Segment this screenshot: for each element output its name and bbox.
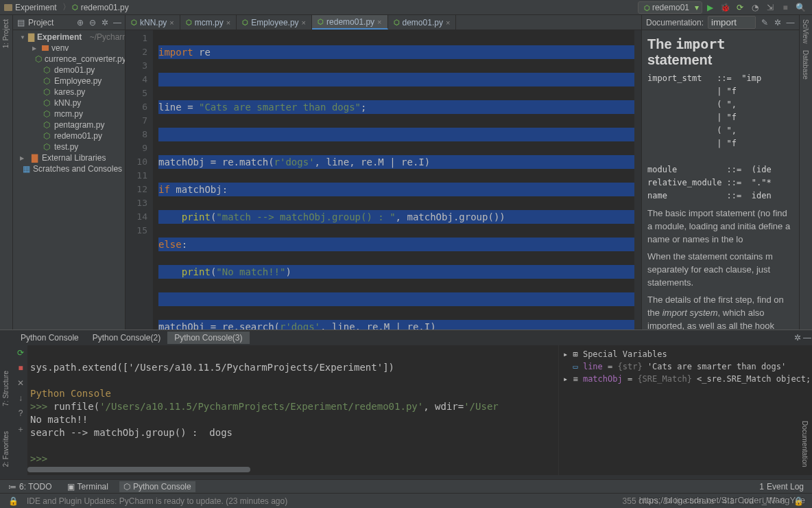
close-icon[interactable]: ×	[226, 19, 230, 27]
console-tab[interactable]: Python Console(3)	[167, 332, 249, 344]
down-icon[interactable]: ↓	[19, 393, 23, 403]
tree-file[interactable]: ⬡kares.py	[13, 86, 125, 97]
run-config-dropdown[interactable]: ⬡ redemo01	[638, 1, 702, 14]
tree-root[interactable]: ▼▇Experiment ~/PycharmPro	[13, 32, 125, 43]
run-icon[interactable]: ▶	[704, 2, 715, 13]
var-row[interactable]: ▭ line = {str} 'Cats are smarter than do…	[563, 360, 808, 373]
folder-icon	[42, 45, 49, 51]
python-icon: ⬡	[123, 482, 130, 492]
project-tool[interactable]: 1: Project	[2, 19, 10, 48]
tree-file[interactable]: ⬡demo01.py	[13, 65, 125, 76]
sciview-tool[interactable]: SciView	[802, 19, 809, 43]
coverage-icon[interactable]: ⟳	[735, 2, 745, 13]
project-view-icon[interactable]: ▤	[16, 18, 25, 27]
gear-icon[interactable]: ✲	[793, 333, 802, 343]
attach-icon[interactable]: ⇲	[765, 2, 776, 13]
search-everywhere-icon[interactable]: 🔍	[795, 2, 806, 13]
console-line: search --> matchObj.group() : dogs	[30, 427, 232, 438]
todo-tool[interactable]: ≔6: TODO	[4, 481, 56, 492]
documentation-pane[interactable]: The import statement import_stmt ::= "im…	[641, 30, 799, 330]
code-body[interactable]: import re line = "Cats are smarter than …	[153, 30, 641, 330]
tree-venv[interactable]: ▶venv	[13, 43, 125, 54]
tree-item-label: currence_converter.py	[45, 54, 126, 64]
status-message: IDE and Plugin Updates: PyCharm is ready…	[27, 496, 614, 506]
tree-file[interactable]: ⬡pentagram.py	[13, 119, 125, 130]
hide-icon[interactable]: —	[786, 18, 795, 27]
code-token: , line, re.M | re.I)	[315, 157, 431, 168]
console-line: No match!!	[30, 414, 88, 425]
tab-knn[interactable]: ⬡kNN.py×	[126, 15, 180, 30]
terminal-tool[interactable]: ▣Terminal	[63, 481, 112, 492]
status-encoding[interactable]: UTF-8	[762, 496, 785, 506]
favorites-tool[interactable]: 2: Favorites	[2, 431, 10, 467]
console-prompt[interactable]: >>>	[30, 453, 53, 464]
code-token: r'dogs'	[280, 321, 320, 330]
variables-pane[interactable]: ▸ ⊞ Special Variables ▭ line = {str} 'Ca…	[558, 345, 812, 475]
stop-icon[interactable]: ■	[780, 2, 791, 13]
debug-icon[interactable]: 🐞	[719, 2, 730, 13]
status-lock-right-icon[interactable]: 🔒	[793, 496, 804, 506]
stop-icon[interactable]: ■	[18, 363, 23, 373]
documentation-tool[interactable]: Documentation	[801, 421, 809, 467]
console-tab[interactable]: Python Console	[14, 332, 86, 344]
doc-search-input[interactable]	[708, 16, 756, 29]
tab-demo01[interactable]: ⬡demo01.py×	[388, 15, 457, 30]
var-row[interactable]: ▸ ⊞ Special Variables	[563, 348, 808, 360]
breadcrumb-root[interactable]: Experiment	[4, 3, 57, 12]
tab-redemo01[interactable]: ⬡redemo01.py×	[312, 15, 387, 30]
console-output[interactable]: sys.path.extend(['/Users/a10.11.5/Pychar…	[27, 345, 558, 475]
status-lock-icon[interactable]: 🔒	[8, 496, 19, 506]
event-log-tool[interactable]: 1Event Log	[755, 481, 808, 492]
tree-ext-lib[interactable]: ▶▇External Libraries	[13, 152, 125, 163]
tree-file[interactable]: ⬡test.py	[13, 141, 125, 152]
hide-icon[interactable]: —	[112, 18, 122, 27]
project-pane-title: Project	[28, 18, 73, 27]
python-console-tool[interactable]: ⬡Python Console	[119, 481, 195, 492]
edit-icon[interactable]: ✎	[760, 18, 769, 27]
var-row[interactable]: ▸ ≡ matchObj = {SRE_Match} <_sre.SRE_Mat…	[563, 373, 808, 385]
tree-file[interactable]: ⬡currence_converter.py	[13, 54, 125, 65]
code-token: "Cats are smarter than dogs"	[199, 102, 361, 113]
tree-item-label: kNN.py	[54, 98, 81, 108]
console-tab[interactable]: Python Console(2)	[86, 332, 167, 344]
settings-icon[interactable]: ✲	[100, 18, 110, 27]
hide-icon[interactable]: —	[802, 333, 812, 343]
doc-title: The import statement	[647, 36, 793, 68]
project-tree[interactable]: ▼▇Experiment ~/PycharmPro ▶venv ⬡currenc…	[13, 30, 126, 330]
close-icon[interactable]: ×	[302, 19, 306, 27]
code-token: :	[182, 239, 187, 250]
tree-file[interactable]: ⬡Employee.py	[13, 76, 125, 86]
close-icon[interactable]: ×	[377, 18, 381, 26]
new-console-icon[interactable]: ＋	[16, 424, 25, 435]
scrollbar-track[interactable]	[27, 467, 558, 474]
profile-icon[interactable]: ◔	[750, 2, 761, 13]
code-token: else	[158, 239, 182, 250]
scrollbar-thumb[interactable]	[27, 467, 250, 472]
code-editor[interactable]: 1 2 3 4 5 6 7 8 9 10 11 12 13 14 15 impo…	[126, 30, 641, 330]
close-icon[interactable]: ×	[169, 19, 174, 27]
tab-mcm[interactable]: ⬡mcm.py×	[180, 15, 237, 30]
expand-all-icon[interactable]: ⊕	[75, 18, 85, 27]
breadcrumb-file[interactable]: ⬡ redemo01.py	[72, 3, 129, 12]
rerun-icon[interactable]: ⟳	[17, 348, 24, 358]
tree-item-label: demo01.py	[54, 65, 95, 75]
tree-root-label: Experiment	[37, 32, 82, 42]
line-number: 1	[126, 32, 147, 45]
tree-scratches[interactable]: ▦Scratches and Consoles	[13, 163, 125, 174]
database-tool[interactable]: Database	[802, 50, 809, 80]
structure-tool[interactable]: 7: Structure	[2, 371, 10, 406]
tree-file[interactable]: ⬡kNN.py	[13, 97, 125, 108]
tree-file[interactable]: ⬡redemo01.py	[13, 130, 125, 141]
close-icon[interactable]: ✕	[17, 378, 24, 388]
editor-scrollbar[interactable]	[634, 30, 641, 330]
tab-employee[interactable]: ⬡Employee.py×	[237, 15, 312, 30]
help-icon[interactable]: ?	[19, 408, 23, 418]
python-icon: ⬡	[394, 19, 400, 26]
python-icon: ⬡	[42, 120, 51, 130]
gear-icon[interactable]: ✲	[773, 18, 782, 27]
collapse-all-icon[interactable]: ⊖	[88, 18, 97, 27]
nav-bar: Experiment 〉 ⬡ redemo01.py ⬡ redemo01 ▶ …	[0, 0, 812, 15]
tree-file[interactable]: ⬡mcm.py	[13, 108, 125, 119]
code-token: import	[158, 47, 193, 58]
close-icon[interactable]: ×	[446, 19, 450, 27]
